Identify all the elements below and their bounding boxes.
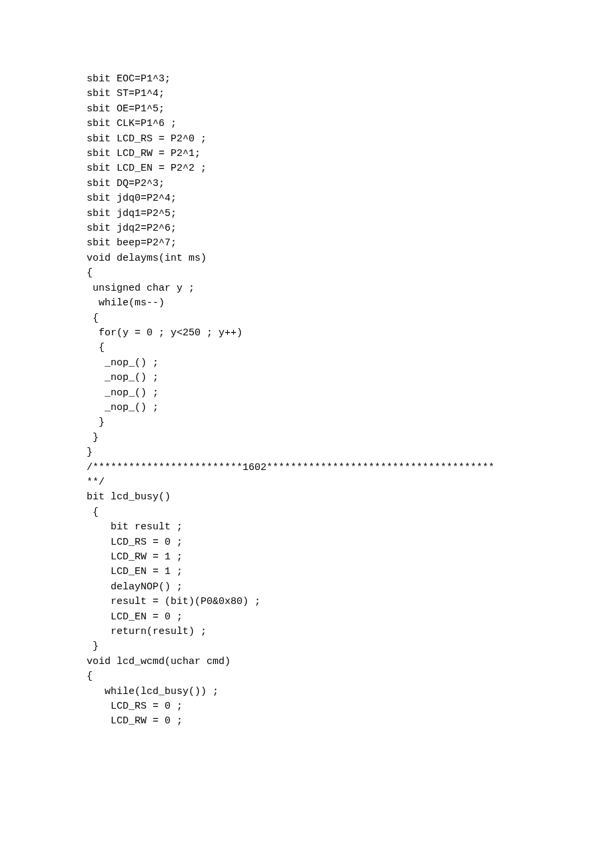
code-block: sbit EOC=P1^3; sbit ST=P1^4; sbit OE=P1^… (87, 72, 526, 729)
document-page: sbit EOC=P1^3; sbit ST=P1^4; sbit OE=P1^… (0, 0, 613, 868)
